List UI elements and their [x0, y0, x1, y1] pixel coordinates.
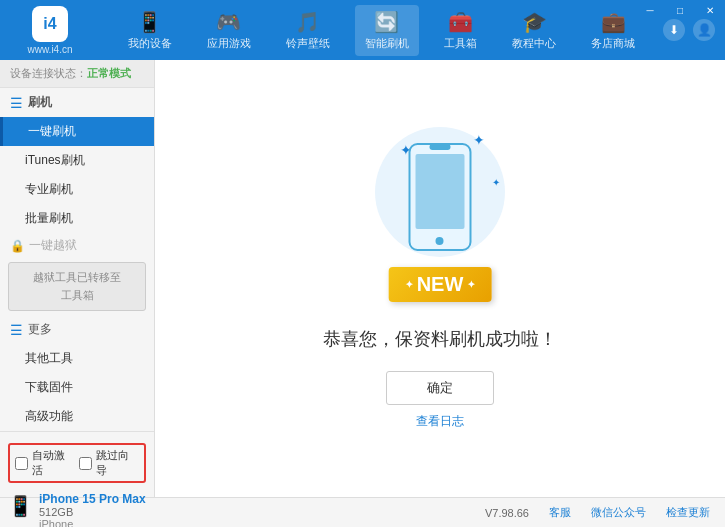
ringtone-icon: 🎵	[295, 10, 320, 34]
jailbreak-label: 一键越狱	[29, 237, 77, 254]
sparkle-right: ✦	[492, 177, 500, 188]
connection-value: 正常模式	[87, 67, 131, 79]
nav-smart-flash-label: 智能刷机	[365, 36, 409, 51]
flash-section-header: ☰ 刷机	[0, 88, 154, 117]
skip-guide-checkbox[interactable]	[79, 457, 92, 470]
service-icon: 💼	[601, 10, 626, 34]
window-controls: ─ □ ✕	[635, 0, 725, 20]
sparkle-top-right: ✦	[473, 132, 485, 148]
new-badge-text: NEW	[417, 273, 464, 296]
nav-tutorial[interactable]: 🎓 教程中心	[502, 5, 566, 56]
svg-rect-1	[416, 154, 465, 229]
disabled-line2: 工具箱	[17, 287, 137, 305]
nav-smart-flash[interactable]: 🔄 智能刷机	[355, 5, 419, 56]
nav-ringtones[interactable]: 🎵 铃声壁纸	[276, 5, 340, 56]
logo-icon: i4	[32, 6, 68, 42]
nav-tutorial-label: 教程中心	[512, 36, 556, 51]
nav-toolbox-label: 工具箱	[444, 36, 477, 51]
sidebar-item-itunes-flash[interactable]: iTunes刷机	[0, 146, 154, 175]
download-button[interactable]: ⬇	[663, 19, 685, 41]
minimize-button[interactable]: ─	[635, 0, 665, 20]
apps-icon: 🎮	[216, 10, 241, 34]
phone-container: ✦ ✦ ✦ ✦ NEW ✦	[370, 127, 510, 307]
svg-rect-2	[430, 144, 451, 150]
sidebar-item-one-key-flash[interactable]: 一键刷机	[0, 117, 154, 146]
sidebar-bottom: 自动激活 跳过向导 📱 iPhone 15 Pro Max 512GB iPho…	[0, 431, 154, 527]
nav-bar: 📱 我的设备 🎮 应用游戏 🎵 铃声壁纸 🔄 智能刷机 🧰 工具箱 🎓	[110, 5, 653, 56]
customer-service-link[interactable]: 客服	[549, 505, 571, 520]
skip-guide-label: 跳过向导	[96, 448, 139, 478]
sidebar-item-pro-flash[interactable]: 专业刷机	[0, 175, 154, 204]
new-badge-star-right: ✦	[467, 279, 475, 290]
flash-section-icon: ☰	[10, 95, 23, 111]
nav-my-device-label: 我的设备	[128, 36, 172, 51]
header: i4 www.i4.cn 📱 我的设备 🎮 应用游戏 🎵 铃声壁纸 🔄 智能刷机	[0, 0, 725, 60]
new-badge: ✦ NEW ✦	[389, 267, 492, 302]
sidebar-item-other-tools[interactable]: 其他工具	[0, 344, 154, 373]
checkbox-row: 自动激活 跳过向导	[8, 440, 146, 486]
version-label: V7.98.66	[485, 507, 529, 519]
device-details: iPhone 15 Pro Max 512GB iPhone	[39, 492, 146, 527]
device-type: iPhone	[39, 518, 146, 527]
options-box: 自动激活 跳过向导	[8, 443, 146, 483]
user-button[interactable]: 👤	[693, 19, 715, 41]
smart-flash-icon: 🔄	[374, 10, 399, 34]
toolbox-icon: 🧰	[448, 10, 473, 34]
connection-status: 设备连接状态：正常模式	[0, 60, 154, 88]
nav-apps-label: 应用游戏	[207, 36, 251, 51]
nav-my-device[interactable]: 📱 我的设备	[118, 5, 182, 56]
device-phone-icon: 📱	[8, 494, 33, 518]
flash-section-label: 刷机	[28, 94, 52, 111]
tutorial-icon: 🎓	[522, 10, 547, 34]
content-area: ✦ ✦ ✦ ✦ NEW ✦	[155, 60, 725, 497]
device-icon: 📱	[137, 10, 162, 34]
nav-service-label: 务店商城	[591, 36, 635, 51]
sidebar: 设备连接状态：正常模式 ☰ 刷机 一键刷机 iTunes刷机 专业刷机 批量刷机…	[0, 60, 155, 497]
confirm-button[interactable]: 确定	[386, 371, 494, 405]
auto-activate-checkbox[interactable]	[15, 457, 28, 470]
sidebar-item-advanced[interactable]: 高级功能	[0, 402, 154, 431]
nav-toolbox[interactable]: 🧰 工具箱	[434, 5, 487, 56]
flash-section: ☰ 刷机 一键刷机 iTunes刷机 专业刷机 批量刷机	[0, 88, 154, 233]
connection-label: 设备连接状态：	[10, 67, 87, 79]
header-right: ⬇ 👤	[663, 19, 715, 41]
nav-apps-games[interactable]: 🎮 应用游戏	[197, 5, 261, 56]
device-info: 📱 iPhone 15 Pro Max 512GB iPhone	[8, 486, 146, 527]
sidebar-item-download-firmware[interactable]: 下载固件	[0, 373, 154, 402]
device-storage: 512GB	[39, 506, 146, 518]
check-update-link[interactable]: 检查更新	[666, 505, 710, 520]
app-logo: i4 www.i4.cn	[10, 6, 90, 55]
more-section-icon: ☰	[10, 322, 23, 338]
wechat-link[interactable]: 微信公众号	[591, 505, 646, 520]
success-illustration: ✦ ✦ ✦ ✦ NEW ✦	[370, 127, 510, 307]
disabled-line1: 越狱工具已转移至	[17, 269, 137, 287]
close-button[interactable]: ✕	[695, 0, 725, 20]
more-section-label: 更多	[28, 321, 52, 338]
device-name: iPhone 15 Pro Max	[39, 492, 146, 506]
phone-svg	[408, 142, 473, 252]
svg-point-3	[436, 237, 444, 245]
lock-icon: 🔒	[10, 239, 25, 253]
main-layout: 设备连接状态：正常模式 ☰ 刷机 一键刷机 iTunes刷机 专业刷机 批量刷机…	[0, 60, 725, 497]
sidebar-item-batch-flash[interactable]: 批量刷机	[0, 204, 154, 233]
maximize-button[interactable]: □	[665, 0, 695, 20]
logo-url: www.i4.cn	[27, 44, 72, 55]
view-log-link[interactable]: 查看日志	[416, 413, 464, 430]
logo-symbol: i4	[43, 15, 56, 33]
new-badge-star-left: ✦	[405, 279, 413, 290]
auto-activate-label: 自动激活	[32, 448, 75, 478]
nav-ringtone-label: 铃声壁纸	[286, 36, 330, 51]
success-message: 恭喜您，保资料刷机成功啦！	[323, 327, 557, 351]
more-section-header: ☰ 更多	[0, 315, 154, 344]
disabled-notice: 越狱工具已转移至 工具箱	[8, 262, 146, 311]
